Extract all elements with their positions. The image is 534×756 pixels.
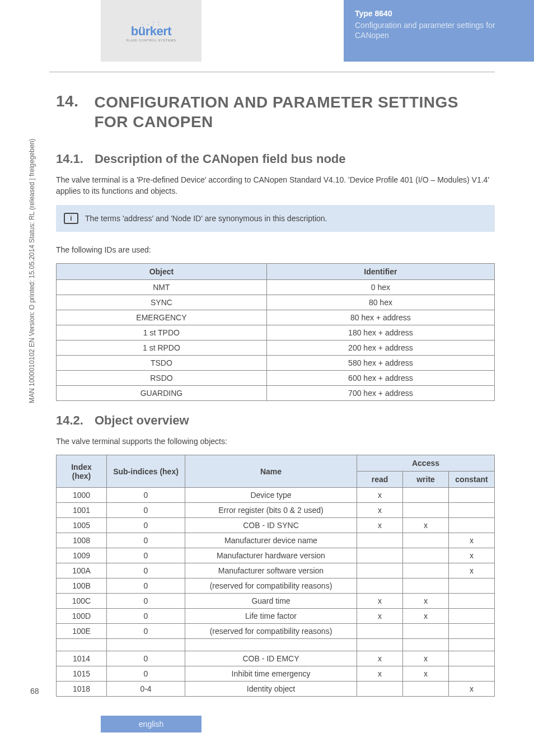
page-number: 68 — [30, 687, 39, 696]
table-row: RSDO600 hex + address — [57, 370, 495, 385]
table-cell — [357, 682, 403, 697]
table-cell: x — [403, 518, 449, 533]
table-cell: 80 hex + address — [266, 310, 494, 325]
table-cell: RSDO — [57, 370, 267, 385]
language-tab: english — [101, 716, 202, 732]
table-cell: 100A — [57, 563, 107, 578]
table-cell — [357, 548, 403, 563]
table-cell: 0 — [107, 609, 185, 624]
table-cell: Life time factor — [185, 609, 357, 624]
table-row: EMERGENCY80 hex + address — [57, 310, 495, 325]
table-cell — [403, 578, 449, 594]
table-cell: 1015 — [57, 666, 107, 682]
table-cell — [403, 548, 449, 563]
table-cell: (reserved for compatibility reasons) — [185, 624, 357, 639]
table-cell — [357, 639, 403, 651]
table-cell: 200 hex + address — [266, 340, 494, 355]
table-cell: COB - ID EMCY — [185, 651, 357, 666]
table-cell: Identity object — [185, 682, 357, 697]
table-cell: 80 hex — [266, 295, 494, 310]
table-cell — [403, 563, 449, 578]
table-cell: Error register (bits 0 & 2 used) — [185, 503, 357, 518]
table-cell — [449, 578, 495, 594]
table-cell: 0 — [107, 666, 185, 682]
table-cell: x — [357, 503, 403, 518]
header-divider — [49, 72, 495, 72]
table-cell: TSDO — [57, 355, 267, 370]
section-title: CONFIGURATION AND PARAMETER SETTINGS FOR… — [94, 92, 495, 132]
table-row: 100B0(reserved for compatibility reasons… — [57, 578, 495, 594]
table-row: 1 st RPDO200 hex + address — [57, 340, 495, 355]
table-cell — [403, 624, 449, 639]
table-cell: 180 hex + address — [266, 325, 494, 340]
section-heading: 14. CONFIGURATION AND PARAMETER SETTINGS… — [56, 92, 495, 132]
table-cell: 0 — [107, 651, 185, 666]
table-cell: Manufacturer hardware version — [185, 548, 357, 563]
table-cell: 1 st TPDO — [57, 325, 267, 340]
table-row: 10080Manufacturer device namex — [57, 533, 495, 548]
table-cell: x — [357, 651, 403, 666]
table-cell: x — [403, 609, 449, 624]
ids-table-header-object: Object — [57, 263, 267, 279]
table-cell — [449, 651, 495, 666]
info-callout: i The terms 'address' and 'Node ID' are … — [56, 205, 495, 232]
ids-intro: The following IDs are used: — [56, 244, 495, 255]
table-cell: 0 — [107, 563, 185, 578]
table-cell: 100B — [57, 578, 107, 594]
table-cell — [357, 533, 403, 548]
table-cell: x — [449, 548, 495, 563]
table-row: SYNC80 hex — [57, 295, 495, 310]
table-cell: 1009 — [57, 548, 107, 563]
table-cell: x — [357, 666, 403, 682]
table-cell — [449, 518, 495, 533]
table-cell: (reserved for compatibility reasons) — [185, 578, 357, 594]
ids-table-header-identifier: Identifier — [266, 263, 494, 279]
table-cell: GUARDING — [57, 385, 267, 400]
objects-header-name: Name — [185, 455, 357, 488]
table-row: 10140COB - ID EMCYxx — [57, 651, 495, 666]
header-bar: Type 8640 Configuration and parameter se… — [344, 0, 534, 62]
table-cell: 0 — [107, 594, 185, 609]
table-cell — [57, 639, 107, 651]
section-number: 14. — [56, 92, 78, 132]
body-paragraph: The valve terminal supports the followin… — [56, 436, 495, 447]
table-cell: x — [357, 609, 403, 624]
table-cell: x — [403, 651, 449, 666]
table-cell: 0 — [107, 624, 185, 639]
table-cell — [357, 563, 403, 578]
table-cell — [449, 503, 495, 518]
logo-text: bürkert — [127, 24, 176, 39]
table-cell: 100C — [57, 594, 107, 609]
objects-header-sub: Sub-indices (hex) — [107, 455, 185, 488]
table-cell: 0 — [107, 488, 185, 503]
objects-table: Index (hex) Sub-indices (hex) Name Acces… — [56, 455, 495, 697]
table-cell — [449, 609, 495, 624]
table-cell — [403, 503, 449, 518]
side-meta-text: MAN 1000010102 EN Version: O printed: 15… — [28, 139, 36, 403]
table-row: 10180-4Identity objectx — [57, 682, 495, 697]
table-cell: 1008 — [57, 533, 107, 548]
table-cell — [403, 682, 449, 697]
table-cell — [357, 624, 403, 639]
table-cell: NMT — [57, 279, 267, 295]
table-cell: 1000 — [57, 488, 107, 503]
table-cell: Device type — [185, 488, 357, 503]
logo-subtext: FLUID CONTROL SYSTEMS — [127, 39, 176, 42]
table-cell: x — [449, 563, 495, 578]
table-cell — [403, 533, 449, 548]
table-row: 100D0Life time factorxx — [57, 609, 495, 624]
table-cell — [449, 488, 495, 503]
objects-header-write: write — [403, 472, 449, 488]
table-cell: COB - ID SYNC — [185, 518, 357, 533]
table-cell: x — [449, 533, 495, 548]
table-row: 10050COB - ID SYNCxx — [57, 518, 495, 533]
table-row: 100E0(reserved for compatibility reasons… — [57, 624, 495, 639]
table-row: 100C0Guard timexx — [57, 594, 495, 609]
table-row: 100A0Manufacturer software versionx — [57, 563, 495, 578]
table-cell: 1001 — [57, 503, 107, 518]
logo-band: . . : : bürkert FLUID CONTROL SYSTEMS — [101, 0, 202, 62]
table-cell — [185, 639, 357, 651]
table-cell: x — [357, 518, 403, 533]
objects-header-read: read — [357, 472, 403, 488]
table-cell — [449, 624, 495, 639]
